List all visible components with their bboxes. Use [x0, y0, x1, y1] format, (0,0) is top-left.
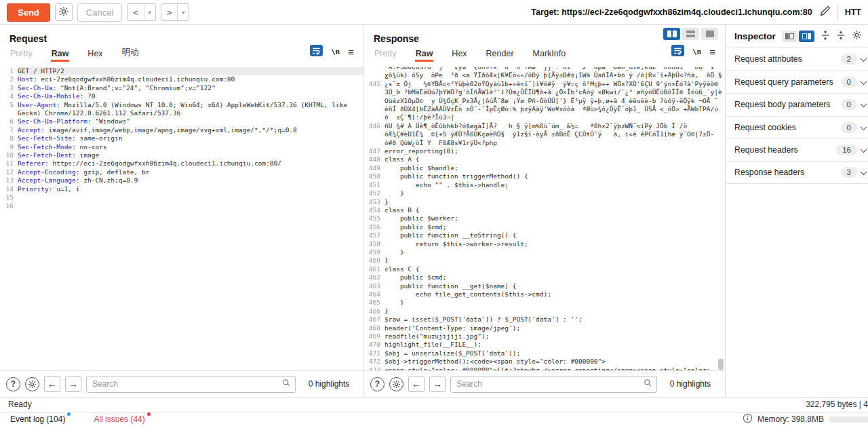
code-line: 12Accept-Encoding: gzip, deflate, br: [0, 168, 363, 176]
search-next-button[interactable]: →: [429, 376, 446, 392]
inspector-section-request-attributes[interactable]: Request attributes2: [726, 47, 868, 71]
header-name: Accept:: [18, 126, 45, 134]
tab-raw[interactable]: Raw: [415, 49, 434, 62]
line-text: Priority: u=1, i: [18, 185, 363, 193]
line-number: 2: [0, 75, 18, 83]
tab-pretty[interactable]: Pretty: [9, 49, 33, 62]
inspector-dock-right-button[interactable]: [799, 31, 814, 42]
response-search-input[interactable]: [456, 379, 643, 389]
request-search-input[interactable]: [92, 379, 281, 389]
all-issues-link[interactable]: All issues (44): [94, 414, 144, 424]
edit-target-pencil-icon[interactable]: [819, 5, 831, 20]
response-viewer[interactable]: 'A:P3Où¢US?O ¯j ¢yw {Gñ»?x ō ō ?Ăw jj'. …: [364, 67, 725, 370]
tab-markinfo[interactable]: MarkInfo: [532, 49, 567, 62]
line-text: Accept-Language: zh-CN,zh;q=0.9: [18, 176, 363, 185]
layout-columns-button[interactable]: [663, 28, 680, 40]
hamburger-menu-icon[interactable]: ≡: [348, 49, 354, 56]
layout-rows-button[interactable]: [682, 28, 699, 40]
line-text: class C {: [384, 265, 725, 273]
line-text: Sec-Fetch-Mode: no-cors: [18, 143, 363, 151]
tab-hex[interactable]: Hex: [87, 49, 103, 62]
line-text: }: [384, 248, 725, 256]
line-text: public $cmd;: [384, 223, 725, 231]
show-newlines-icon[interactable]: \n: [331, 47, 340, 56]
next-request-split-button[interactable]: > ▾: [161, 3, 190, 21]
request-panel-title: Request: [0, 25, 363, 44]
request-search-box[interactable]: [86, 376, 296, 393]
show-newlines-icon[interactable]: \n: [692, 47, 701, 56]
inspector-settings-gear-icon[interactable]: [852, 30, 862, 43]
chevron-down-icon: [861, 56, 867, 62]
code-line: 11Referer: https://eci-2ze6qodgwfxxh86zi…: [0, 159, 363, 168]
info-icon[interactable]: [743, 413, 753, 426]
collapse-all-icon[interactable]: [836, 31, 846, 43]
line-number: 469: [364, 332, 384, 341]
tab-明动[interactable]: 明动: [121, 47, 140, 62]
code-line: 454class B {: [364, 206, 725, 214]
code-line: 447error_reporting(0);: [364, 147, 725, 155]
request-editor[interactable]: 1GET / HTTP/22Host: eci-2ze6qodgwfxxh86z…: [0, 67, 363, 370]
next-request-caret-icon[interactable]: ▾: [177, 4, 189, 20]
code-line: 10Sec-Fetch-Dest: image: [0, 151, 363, 159]
hamburger-menu-icon[interactable]: ≡: [709, 49, 715, 56]
inspector-section-request-headers[interactable]: Request headers16: [726, 138, 868, 161]
memory-gauge: [829, 417, 868, 423]
code-line: 470highlight_file(__FILE__);: [364, 341, 725, 349]
search-prev-button[interactable]: ←: [44, 376, 60, 392]
code-line: 472$obj->triggerMethod();<code><span sty…: [364, 357, 725, 366]
prev-request-icon[interactable]: <: [127, 4, 144, 20]
line-text: Accept-Encoding: gzip, deflate, br: [18, 168, 363, 176]
line-number: 461: [364, 265, 384, 273]
word-wrap-icon[interactable]: [671, 45, 684, 59]
inspector-section-request-query-parameters[interactable]: Request query parameters0: [726, 71, 868, 94]
expand-all-icon[interactable]: [821, 31, 830, 43]
response-scrollbar[interactable]: [718, 67, 724, 370]
inspector-section-request-cookies[interactable]: Request cookies0: [726, 116, 868, 139]
search-next-button[interactable]: →: [65, 376, 81, 392]
code-line: 464 echo file_get_contents($this->cmd);: [364, 290, 725, 298]
line-number: 467: [364, 315, 384, 324]
inspector-title: Inspector: [734, 31, 776, 41]
search-prev-button[interactable]: ←: [408, 376, 425, 392]
send-button[interactable]: Send: [7, 3, 50, 22]
line-number: 453: [364, 198, 384, 206]
prev-request-split-button[interactable]: < ▾: [127, 3, 156, 21]
code-line: 465 }: [364, 298, 725, 307]
code-line: 453}: [364, 198, 725, 206]
search-help-icon[interactable]: ?: [6, 377, 20, 391]
search-settings-icon[interactable]: [25, 377, 39, 391]
line-text: Accept: image/avif,image/webp,image/apng…: [18, 126, 363, 134]
inspector-panel: Inspector › Request attributes2Request: [726, 25, 868, 397]
tab-pretty[interactable]: Pretty: [374, 49, 397, 62]
request-tabs-slot: PrettyRawHex明动: [9, 47, 140, 62]
target-url: Target: https://eci-2ze6qodgwfxxh86zim4q…: [531, 7, 812, 17]
chevron-down-icon: [861, 78, 867, 85]
event-log-link[interactable]: Event log (104): [10, 414, 65, 424]
search-settings-icon[interactable]: [389, 377, 403, 391]
search-help-icon[interactable]: ?: [370, 377, 384, 391]
response-tabs: PrettyRawHexRenderMarkInfo \n ≡: [364, 44, 725, 62]
prev-request-caret-icon[interactable]: ▾: [144, 4, 155, 20]
send-settings-button[interactable]: [55, 3, 73, 21]
tab-raw[interactable]: Raw: [51, 49, 70, 62]
response-search-box[interactable]: [450, 376, 657, 393]
line-text: User-Agent: Mozilla/5.0 (Windows NT 10.0…: [18, 101, 363, 118]
layout-single-button[interactable]: [701, 28, 718, 40]
response-scrollbar-thumb[interactable]: [718, 359, 724, 370]
code-line: 446ñU ¾# Á Ûè¶_òÊûbhkÞ?ó$øgàÎ]Å? h § ÿ[m…: [364, 122, 725, 147]
chevron-down-icon: [861, 101, 867, 108]
tab-render[interactable]: Render: [486, 49, 515, 62]
gear-icon: [58, 6, 69, 19]
word-wrap-icon[interactable]: [310, 45, 323, 59]
tab-hex[interactable]: Hex: [451, 49, 467, 62]
inspector-dock-left-button[interactable]: [782, 31, 797, 42]
line-number: 11: [0, 159, 18, 168]
next-request-icon[interactable]: >: [161, 4, 178, 20]
line-text: echo "" . $this->handle;: [384, 181, 725, 189]
inspector-section-response-headers[interactable]: Response headers3: [726, 161, 868, 185]
line-number: 16: [0, 202, 18, 210]
inspector-section-request-body-parameters[interactable]: Request body parameters0: [726, 93, 868, 116]
line-number: 8: [0, 134, 18, 142]
layout-toggle-group: [663, 28, 718, 40]
cancel-button[interactable]: Cancel: [77, 3, 122, 22]
